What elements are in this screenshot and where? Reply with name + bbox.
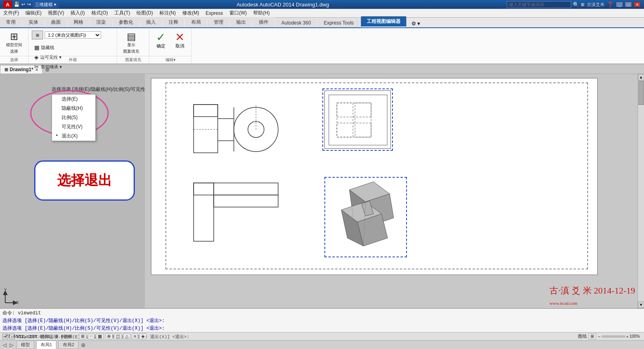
ribbon-tabs: 常用 实体 曲面 网格 渲染 参数化 插入 注释 布局 管理 输出 插件 Aut… xyxy=(0,18,644,28)
scroll-thumb[interactable] xyxy=(638,81,644,105)
ctx-visible[interactable]: 可见性(V) xyxy=(52,122,95,131)
scroll-track[interactable] xyxy=(638,80,644,302)
menu-help[interactable]: 帮助(H) xyxy=(250,9,273,17)
osnap-btn[interactable]: ◫ xyxy=(114,333,122,339)
tab-surface[interactable]: 曲面 xyxy=(45,17,67,27)
ortho-btn[interactable]: ▦ xyxy=(96,333,104,339)
menu-tools[interactable]: 工具(T) xyxy=(111,9,133,17)
menu-draw[interactable]: 绘图(D) xyxy=(133,9,156,17)
tab-plugin[interactable]: 插件 xyxy=(253,17,275,27)
search-icon[interactable]: 🔍 xyxy=(573,2,579,8)
menu-window[interactable]: 窗口(W) xyxy=(226,9,250,17)
minimize-button[interactable]: _ xyxy=(616,2,623,7)
cancel-button[interactable]: ✕ 取消 xyxy=(171,30,188,51)
hidden-lines-button[interactable]: ▦ 隐藏线 xyxy=(32,43,64,52)
viewport-scale-select[interactable]: 1:2 (来自父视图(F)) 1:1 1:4 2:1 xyxy=(45,31,101,39)
group-edit: ✓ 确定 ✕ 取消 编辑▾ xyxy=(149,28,192,64)
menu-view[interactable]: 视图(V) xyxy=(45,9,67,17)
svg-rect-4 xyxy=(194,105,218,153)
main-area: 选择选项 [选择(E)/隐蔽线(H)/比例(S)/可见性(V)/退出(X)] <… xyxy=(0,74,644,308)
top-right-view xyxy=(324,90,391,149)
add-layout-btn[interactable]: ⊕ xyxy=(79,342,87,348)
group-appearance: ⊞ 1:2 (来自父视图(F)) 1:1 1:4 2:1 ▦ 隐藏线 ◈ 边可见… xyxy=(29,28,117,64)
clip-inherit-label: 剪切继承 ▾ xyxy=(41,64,62,70)
layout-tab-layout2[interactable]: 布局2 xyxy=(58,341,78,349)
hidden-lines-label: 隐藏线 xyxy=(41,45,54,51)
blue-rect-annotation: 选择退出 xyxy=(34,160,135,201)
zoom-percent: 100% xyxy=(630,334,642,339)
polar-btn[interactable]: ⊕ xyxy=(105,333,113,339)
tab-output[interactable]: 输出 xyxy=(230,17,252,27)
layout-tab-model[interactable]: 模型 xyxy=(17,341,34,349)
cmd-input[interactable] xyxy=(191,334,642,339)
vertical-scrollbar: ▲ ▼ xyxy=(638,74,644,308)
grid-btn[interactable]: ∷ xyxy=(88,333,95,339)
tab-common[interactable]: 常用 xyxy=(0,17,22,27)
ctx-exit[interactable]: 退出(X) xyxy=(52,131,95,141)
app-logo[interactable]: A xyxy=(3,1,12,8)
zoom-out-btn[interactable]: − xyxy=(598,334,600,339)
otrack-btn[interactable]: △ xyxy=(123,333,130,339)
scroll-down-button[interactable]: ▼ xyxy=(638,302,644,308)
ribbon: ⊞ 模型空间 选择 选择 ⊞ 1:2 (来自父视图(F)) 1:1 1:4 2:… xyxy=(0,28,644,64)
menu-format[interactable]: 格式(O) xyxy=(88,9,111,17)
svg-rect-16 xyxy=(337,103,371,117)
nav-prev-btn[interactable]: ◁ xyxy=(2,342,8,348)
zoom-in-btn[interactable]: + xyxy=(626,334,629,339)
undo-icon[interactable]: ↩ xyxy=(21,2,25,7)
tab-solid[interactable]: 实体 xyxy=(23,17,44,27)
watermark: 古·滇 爻 米 2014-12-19 www.ttcad.com xyxy=(549,285,635,307)
quick-save-icon[interactable]: 💾 xyxy=(14,2,20,7)
tab-viewedit[interactable]: 工程视图编辑器 xyxy=(361,16,407,27)
scroll-up-button[interactable]: ▲ xyxy=(638,74,644,80)
tab-render[interactable]: 渲染 xyxy=(90,17,112,27)
tab-mesh[interactable]: 网格 xyxy=(68,17,89,27)
workspace-selector[interactable]: 三维建模 ▾ xyxy=(33,1,59,8)
options-icon[interactable]: ⚙ ▾ xyxy=(409,20,423,27)
menu-insert[interactable]: 插入(I) xyxy=(67,9,88,17)
menu-file[interactable]: 文件(F) xyxy=(0,9,22,17)
username: 古滇爻米 xyxy=(587,2,605,8)
hatch-icon: ▤ xyxy=(127,32,136,41)
redo-icon[interactable]: ↪ xyxy=(27,2,31,7)
ctx-scale[interactable]: 比例(S) xyxy=(52,113,95,122)
transparency-btn[interactable]: ◈ xyxy=(139,333,147,339)
ctx-select[interactable]: 选择(E) xyxy=(52,94,95,104)
menu-modify[interactable]: 修改(M) xyxy=(179,9,202,17)
menu-edit[interactable]: 编辑(E) xyxy=(22,9,45,17)
tab-layout[interactable]: 布局 xyxy=(185,17,207,27)
maximize-button[interactable]: □ xyxy=(625,2,632,7)
nav-next-btn[interactable]: ▷ xyxy=(8,342,14,348)
search-options-icon[interactable]: ⊞ xyxy=(581,2,584,7)
tab-a360[interactable]: Autodesk 360 xyxy=(275,18,317,27)
tab-express[interactable]: Express Tools xyxy=(318,18,359,27)
ctx-hidden[interactable]: 隐蔽线(H) xyxy=(52,104,95,113)
layout-tab-layout1[interactable]: 布局1 xyxy=(36,341,56,349)
command-line-area: 命令: viewedit 选择选项 [选择(E)/隐蔽线(H)/比例(S)/可见… xyxy=(0,308,644,332)
tab-insert[interactable]: 插入 xyxy=(140,17,162,27)
tab-param[interactable]: 参数化 xyxy=(113,17,139,27)
close-button[interactable]: ✕ xyxy=(634,2,641,7)
ucs-icon: X Y xyxy=(3,285,23,305)
menu-express[interactable]: Express xyxy=(202,10,226,17)
model-space-toggle[interactable]: ⊞ xyxy=(588,333,596,339)
menu-annotate[interactable]: 标注(N) xyxy=(156,9,179,17)
paper-label: 图纸 xyxy=(578,333,587,339)
zoom-slider[interactable] xyxy=(601,335,625,338)
snap-btn[interactable]: ⊞ xyxy=(79,333,87,339)
tab-manage[interactable]: 管理 xyxy=(208,17,229,27)
search-input[interactable] xyxy=(507,1,571,8)
tab-annotate[interactable]: 注释 xyxy=(163,17,184,27)
clip-inherit-icon: ✂ xyxy=(34,64,39,70)
clip-inherit-button[interactable]: ✂ 剪切继承 ▾ xyxy=(32,62,64,71)
model-space-select-button[interactable]: ⊞ 模型空间 选择 xyxy=(3,30,25,56)
group-appearance-label: 外观 xyxy=(29,56,117,63)
search-bar: 🔍 ⊞ xyxy=(507,1,584,8)
confirm-button[interactable]: ✓ 确定 xyxy=(153,30,169,51)
doc-tab-name: Drawing1* xyxy=(10,67,33,72)
help-icon[interactable]: ❓ xyxy=(607,2,613,8)
svg-rect-15 xyxy=(355,103,371,137)
show-hatch-button[interactable]: ▤ 显示 图案填充 xyxy=(120,30,142,56)
drawing-canvas[interactable]: ▲ ▼ 古·滇 爻 米 2014-12-19 www.ttcad.com xyxy=(145,74,644,308)
lineweight-btn[interactable]: ≡ xyxy=(132,333,138,339)
